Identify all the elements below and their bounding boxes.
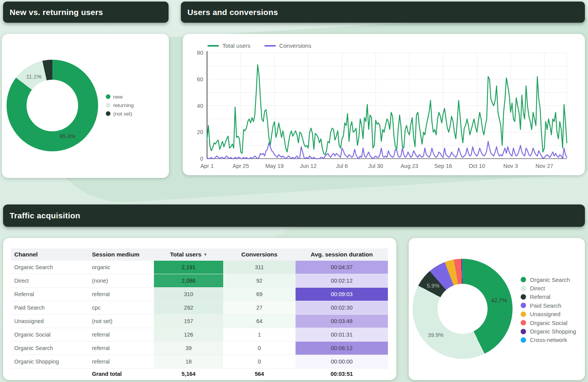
grand-total-label: Grand total xyxy=(89,369,154,379)
traffic-channels-card: 42.7%39.9%5.9% Organic SearchDirectRefer… xyxy=(409,238,585,380)
x-tick-label: Apr 25 xyxy=(232,163,249,169)
new-vs-returning-card: 85.4%11.1% newreturning(not set) xyxy=(2,34,169,178)
y-tick-label: 20 xyxy=(197,129,203,135)
cell-avg-session-duration: 00:02:30 xyxy=(296,301,388,314)
cell-total-users: 2,191 xyxy=(154,261,223,274)
legend-color-dot xyxy=(521,294,526,300)
x-tick-label: Apr 1 xyxy=(200,163,214,169)
table-row[interactable]: Direct(none)2,0869200:02:12 xyxy=(11,274,388,288)
legend-color-dot xyxy=(521,337,526,343)
sort-descending-icon[interactable]: ▼ xyxy=(204,253,207,256)
x-tick-label: Nov 3 xyxy=(503,163,518,169)
legend-color-dot xyxy=(521,303,526,308)
card-header-traffic-acquisition: Traffic acquisition xyxy=(3,204,585,227)
cell-total-users: 126 xyxy=(154,328,223,341)
x-tick-label: May 19 xyxy=(266,163,284,169)
legend-label: Paid Search xyxy=(530,302,561,309)
legend-item-total-users: Total users xyxy=(207,42,251,49)
x-tick-label: Jul 30 xyxy=(368,163,383,169)
legend-label: Direct xyxy=(530,285,545,292)
column-header-total-users[interactable]: Total users▼ xyxy=(154,248,223,261)
legend-label: new xyxy=(113,94,123,100)
table-row[interactable]: Organic Socialreferral126100:01:31 xyxy=(11,328,388,342)
table-row[interactable]: Organic Searchorganic2,19131100:04:37 xyxy=(11,261,388,274)
legend-item-direct: Direct xyxy=(521,284,576,292)
legend-color-dot xyxy=(521,277,526,282)
legend-label: Referral xyxy=(530,293,550,300)
cell-conversions: 311 xyxy=(223,261,296,274)
table-row[interactable]: Paid Searchcpc2922700:02:30 xyxy=(11,301,388,315)
cell-session-medium: referral xyxy=(89,288,154,301)
table-row[interactable]: Organic Searchreferral39000:06:12 xyxy=(11,342,388,355)
legend-color-dot xyxy=(106,94,110,99)
cell-session-medium: referral xyxy=(89,355,154,368)
table-row[interactable]: Unassigned(not set)1576400:03:48 xyxy=(11,315,388,328)
cell-channel: Unassigned xyxy=(11,315,89,328)
x-tick-label: Aug 23 xyxy=(401,163,418,169)
cell-total-users: 2,086 xyxy=(154,274,223,287)
cell-avg-session-duration: 00:03:48 xyxy=(296,315,388,328)
donut-legend: Organic SearchDirectReferralPaid SearchU… xyxy=(521,275,576,344)
cell-conversions: 0 xyxy=(223,342,296,355)
legend-color-dot xyxy=(106,103,110,107)
cell-channel: Referral xyxy=(11,288,89,301)
slice-percent-label: 85.4% xyxy=(60,133,75,139)
slice-percent-label: 5.9% xyxy=(427,283,439,289)
traffic-acquisition-table-card: ChannelSession mediumTotal users▼Convers… xyxy=(3,238,396,380)
x-tick-label: Jul 6 xyxy=(336,163,348,169)
cell-session-medium: cpc xyxy=(89,301,154,314)
legend-color-dot xyxy=(521,329,526,334)
cell-avg-session-duration: 00:06:12 xyxy=(296,342,388,355)
users-conversions-line-chart[interactable]: 020406080Apr 1Apr 25May 19Jun 12Jul 6Jul… xyxy=(183,34,585,175)
cell-session-medium: (not set) xyxy=(89,315,154,328)
card-title: New vs. returning users xyxy=(10,8,103,17)
legend-item-organic-search: Organic Search xyxy=(521,275,576,284)
grand-total-conversions: 564 xyxy=(223,369,296,379)
card-title: Traffic acquisition xyxy=(10,211,80,220)
cell-channel: Direct xyxy=(11,274,89,287)
y-tick-label: 40 xyxy=(197,103,203,109)
table-row[interactable]: Referralreferral3106900:09:03 xyxy=(11,288,388,301)
legend-item-returning: returning xyxy=(106,101,134,109)
legend-item--not-set-: (not set) xyxy=(106,109,134,118)
legend-line-swatch xyxy=(207,45,219,47)
cell-conversions: 64 xyxy=(223,315,296,328)
x-tick-label: Oct 10 xyxy=(469,163,485,169)
slice-percent-label: 11.1% xyxy=(26,74,42,80)
column-header-conversions[interactable]: Conversions xyxy=(223,248,296,261)
cell-avg-session-duration: 00:04:37 xyxy=(296,261,388,274)
legend-label: Unassigned xyxy=(530,311,560,317)
x-tick-label: Sep 16 xyxy=(434,163,452,169)
cell-channel: Organic Search xyxy=(11,261,89,274)
series-line-total-users[interactable] xyxy=(207,65,567,155)
users-conversions-card: Total usersConversions 020406080Apr 1Apr… xyxy=(183,34,585,175)
donut-hole xyxy=(27,80,78,131)
table-row[interactable]: Organic Shoppingreferral18000:00:00 xyxy=(11,355,388,369)
analytics-dashboard: New vs. returning users Users and conver… xyxy=(0,0,588,382)
y-tick-label: 0 xyxy=(200,156,203,162)
column-header-channel[interactable]: Channel xyxy=(11,248,89,261)
legend-line-swatch xyxy=(264,45,276,47)
legend-item-conversions: Conversions xyxy=(264,42,311,49)
cell-total-users: 157 xyxy=(154,315,223,328)
grand-total-row: Grand total5,16456400:03:51 xyxy=(11,369,388,379)
cell-total-users: 18 xyxy=(154,355,223,368)
legend-item-organic-shopping: Organic Shopping xyxy=(521,327,576,335)
column-header-avg-session-duration[interactable]: Avg. session duration xyxy=(296,248,388,261)
cell-avg-session-duration: 00:09:03 xyxy=(296,288,388,301)
cell-channel: Paid Search xyxy=(11,301,89,314)
cell-channel: Organic Search xyxy=(11,342,89,355)
legend-label: Organic Search xyxy=(530,276,570,283)
legend-item-cross-network: Cross-network xyxy=(521,336,576,344)
legend-label: returning xyxy=(113,102,134,108)
x-tick-label: Jun 12 xyxy=(300,163,317,169)
cell-conversions: 27 xyxy=(223,301,296,314)
slice-percent-label: 42.7% xyxy=(491,297,507,303)
cell-channel: Organic Social xyxy=(11,328,89,341)
y-tick-label: 80 xyxy=(197,50,203,56)
series-line-conversions[interactable] xyxy=(207,141,567,159)
cell-total-users: 310 xyxy=(154,288,223,301)
column-header-session-medium[interactable]: Session medium xyxy=(89,248,154,261)
grand-total-duration: 00:03:51 xyxy=(296,369,388,379)
legend-label: (not set) xyxy=(113,111,132,117)
